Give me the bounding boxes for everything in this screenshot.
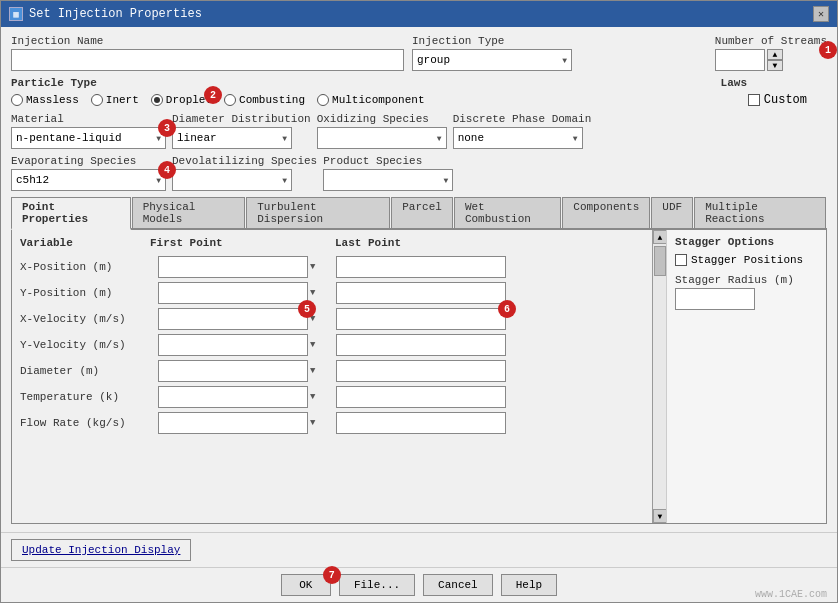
oxidizing-species-combo[interactable]: ▼ — [317, 127, 447, 149]
diameter-dist-combo[interactable]: linear ▼ — [172, 127, 292, 149]
last-xpos-input[interactable]: 0.001 — [336, 256, 506, 278]
last-flow-input[interactable]: 2e-4 — [336, 412, 506, 434]
first-ypos-input[interactable]: 0.001 — [158, 282, 308, 304]
update-injection-button[interactable]: Update Injection Display — [11, 539, 191, 561]
help-button[interactable]: Help — [501, 574, 557, 596]
stagger-radius-label: Stagger Radius (m) — [675, 274, 818, 286]
spinner-down[interactable]: ▼ — [767, 60, 783, 71]
vertical-scrollbar[interactable]: ▲ ▼ — [652, 230, 666, 523]
tab-physical-models[interactable]: Physical Models — [132, 197, 246, 228]
injection-name-label: Injection Name — [11, 35, 404, 47]
stagger-panel: Stagger Options Stagger Positions Stagge… — [666, 230, 826, 523]
stagger-radius-input[interactable]: 0 — [675, 288, 755, 310]
badge-5: 5 — [298, 300, 316, 318]
first-flow-input[interactable]: 2e-4 — [158, 412, 308, 434]
tab-multiple-reactions[interactable]: Multiple Reactions — [694, 197, 826, 228]
app-icon: ▦ — [9, 7, 23, 21]
radio-inert[interactable]: Inert — [91, 94, 139, 106]
first-ypos-arrow[interactable]: ▼ — [310, 288, 315, 298]
first-diam-arrow[interactable]: ▼ — [310, 366, 315, 376]
discrete-phase-combo[interactable]: none ▼ — [453, 127, 583, 149]
col-variable-header: Variable — [20, 236, 150, 250]
table-row: Y-Velocity (m/s) 0 ▼ 57.7 — [20, 334, 644, 356]
last-diam-input[interactable]: 1e-4 — [336, 360, 506, 382]
radio-inert-btn[interactable] — [91, 94, 103, 106]
prop-label-diam: Diameter (m) — [20, 365, 150, 377]
prop-first-yvel: 0 ▼ — [158, 334, 328, 356]
close-button[interactable]: ✕ — [813, 6, 829, 22]
table-row: Diameter (m) 1e-4 ▼ 1e-4 — [20, 360, 644, 382]
tab-point-properties[interactable]: Point Properties — [11, 197, 131, 230]
prop-first-xpos: 0.001 ▼ — [158, 256, 328, 278]
material-row: Material n-pentane-liquid ▼ 3 Diameter D… — [11, 113, 827, 149]
first-flow-arrow[interactable]: ▼ — [310, 418, 315, 428]
prop-last-diam: 1e-4 — [336, 360, 506, 382]
spinner-up[interactable]: ▲ — [767, 49, 783, 60]
last-yvel-input[interactable]: 57.7 — [336, 334, 506, 356]
tab-turbulent-dispersion[interactable]: Turbulent Dispersion — [246, 197, 390, 228]
stagger-positions-checkbox[interactable] — [675, 254, 687, 266]
radio-combusting-label: Combusting — [239, 94, 305, 106]
scrollbar-track[interactable] — [653, 244, 666, 509]
file-button[interactable]: File... — [339, 574, 415, 596]
devolatilizing-species-combo[interactable]: ▼ — [172, 169, 292, 191]
product-species-combo[interactable]: ▼ — [323, 169, 453, 191]
particle-laws-labels: Particle Type Laws — [11, 77, 827, 91]
radio-massless[interactable]: Massless — [11, 94, 79, 106]
custom-label: Custom — [764, 93, 807, 107]
particle-type-row: Massless Inert Droplet 2 — [11, 94, 424, 106]
col-first-header: First Point — [150, 236, 335, 250]
scrollbar-up-btn[interactable]: ▲ — [653, 230, 667, 244]
injection-type-combo[interactable]: group ▼ — [412, 49, 572, 71]
ok-badge-wrapper: OK 7 — [281, 574, 331, 596]
badge-6: 6 — [498, 300, 516, 318]
radio-multicomponent[interactable]: Multicomponent — [317, 94, 424, 106]
tab-parcel[interactable]: Parcel — [391, 197, 453, 228]
tab-components[interactable]: Components — [562, 197, 650, 228]
radio-combusting-btn[interactable] — [224, 94, 236, 106]
first-xpos-arrow[interactable]: ▼ — [310, 262, 315, 272]
discrete-phase-group: Discrete Phase Domain none ▼ — [453, 113, 592, 149]
first-diam-input[interactable]: 1e-4 — [158, 360, 308, 382]
prop-first-flow: 2e-4 ▼ — [158, 412, 328, 434]
discrete-phase-value: none — [458, 132, 484, 144]
custom-checkbox[interactable] — [748, 94, 760, 106]
num-streams-input[interactable]: 10 — [715, 49, 765, 71]
diameter-dist-label: Diameter Distribution — [172, 113, 311, 125]
scrollbar-down-btn[interactable]: ▼ — [653, 509, 667, 523]
first-temp-arrow[interactable]: ▼ — [310, 392, 315, 402]
laws-group: Custom — [748, 93, 807, 107]
first-temp-input[interactable]: 303 — [158, 386, 308, 408]
last-xvel-input[interactable]: 100 — [336, 308, 506, 330]
devolatilizing-species-group: Devolatilizing Species ▼ — [172, 155, 317, 191]
evaporating-species-label: Evaporating Species — [11, 155, 166, 167]
radio-droplet-btn[interactable] — [151, 94, 163, 106]
first-xvel-input[interactable]: 100 — [158, 308, 308, 330]
radio-droplet[interactable]: Droplet 2 — [151, 94, 212, 106]
num-streams-spinner[interactable]: ▲ ▼ — [767, 49, 783, 71]
material-combo[interactable]: n-pentane-liquid ▼ — [11, 127, 166, 149]
prop-label-flow: Flow Rate (kg/s) — [20, 417, 150, 429]
scrollbar-thumb[interactable] — [654, 246, 666, 276]
prop-first-diam: 1e-4 ▼ — [158, 360, 328, 382]
first-yvel-input[interactable]: 0 — [158, 334, 308, 356]
last-ypos-input[interactable]: 0.001 — [336, 282, 506, 304]
first-xpos-input[interactable]: 0.001 — [158, 256, 308, 278]
watermark: www.1CAE.com — [755, 589, 827, 600]
badge-7: 7 — [323, 566, 341, 584]
first-yvel-arrow[interactable]: ▼ — [310, 340, 315, 350]
tab-udf[interactable]: UDF — [651, 197, 693, 228]
radio-massless-btn[interactable] — [11, 94, 23, 106]
radio-multicomponent-btn[interactable] — [317, 94, 329, 106]
tab-wet-combustion[interactable]: Wet Combustion — [454, 197, 561, 228]
diameter-dist-group: Diameter Distribution linear ▼ — [172, 113, 311, 149]
cancel-button[interactable]: Cancel — [423, 574, 493, 596]
injection-name-input[interactable]: injection-0 — [11, 49, 404, 71]
table-header-row: Variable First Point Last Point — [20, 236, 644, 250]
num-streams-label: Number of Streams — [715, 35, 827, 47]
injection-type-value: group — [417, 54, 450, 66]
last-temp-input[interactable]: 303 — [336, 386, 506, 408]
radio-combusting[interactable]: Combusting — [224, 94, 305, 106]
tabs-section: Point Properties Physical Models Turbule… — [11, 197, 827, 524]
evaporating-species-combo[interactable]: c5h12 ▼ — [11, 169, 166, 191]
